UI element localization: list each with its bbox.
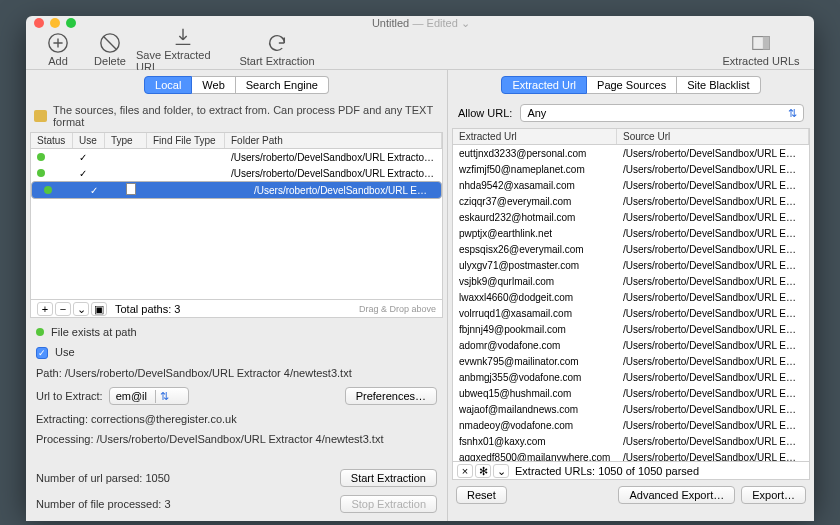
reset-button[interactable]: Reset <box>456 486 507 504</box>
left-pane: Local Web Search Engine The sources, fil… <box>26 70 448 521</box>
sources-table: Status Use Type Find File Type Folder Pa… <box>30 132 443 318</box>
table-row[interactable]: wajaof@mailandnews.com/Users/roberto/Dev… <box>453 401 809 417</box>
extracted-footer: × ✻ ⌄ Extracted URLs: 1050 of 1050 parse… <box>453 461 809 479</box>
path-label: Path: <box>36 367 62 379</box>
table-row[interactable]: ✓/Users/roberto/DevelSandbox/URL Extract… <box>31 165 442 181</box>
col-extracted-url[interactable]: Extracted Url <box>453 129 617 144</box>
table-row[interactable]: eskaurd232@hotmail.com/Users/roberto/Dev… <box>453 209 809 225</box>
extracting-status: Extracting: corrections@theregister.co.u… <box>26 409 447 429</box>
dropdown-button[interactable]: ⌄ <box>493 464 509 478</box>
table-row[interactable]: vsjbk9@qurlmail.com/Users/roberto/DevelS… <box>453 273 809 289</box>
preferences-button[interactable]: Preferences… <box>345 387 437 405</box>
left-tabs: Local Web Search Engine <box>26 70 447 100</box>
col-source-url[interactable]: Source Url <box>617 129 809 144</box>
status-dot-icon <box>36 328 44 336</box>
extracted-table: Extracted Url Source Url euttjnxd3233@pe… <box>452 128 810 480</box>
start-extraction-button-2[interactable]: Start Extraction <box>340 469 437 487</box>
reveal-button[interactable]: ▣ <box>91 302 107 316</box>
tab-local[interactable]: Local <box>144 76 192 94</box>
path-value: /Users/roberto/DevelSandbox/URL Extracto… <box>65 367 352 379</box>
table-row[interactable]: ✓/Users/roberto/DevelSandbox/URL Extract… <box>31 181 442 199</box>
col-folder[interactable]: Folder Path <box>225 133 442 148</box>
table-row[interactable]: lwaxxl4660@dodgeit.com/Users/roberto/Dev… <box>453 289 809 305</box>
table-row[interactable]: euttjnxd3233@personal.com/Users/roberto/… <box>453 145 809 161</box>
url-to-extract-select[interactable]: em@il⇅ <box>109 387 189 405</box>
table-row[interactable]: pwptjx@earthlink.net/Users/roberto/Devel… <box>453 225 809 241</box>
table-row[interactable]: ulyxgv71@postmaster.com/Users/roberto/De… <box>453 257 809 273</box>
parsed-count: Number of url parsed: 1050 <box>36 472 170 484</box>
tab-page-sources[interactable]: Page Sources <box>587 76 677 94</box>
extracted-urls-toggle[interactable]: Extracted URLs <box>714 32 808 67</box>
right-pane: Extracted Url Page Sources Site Blacklis… <box>448 70 814 521</box>
plus-circle-icon <box>47 32 69 54</box>
table-row[interactable]: nhda9542@xasamail.com/Users/roberto/Deve… <box>453 177 809 193</box>
table-row[interactable]: espsqisx26@everymail.com/Users/roberto/D… <box>453 241 809 257</box>
source-hint: The sources, files and folder, to extrac… <box>26 100 447 132</box>
drag-drop-hint: Drag & Drop above <box>359 304 436 314</box>
toolbar: Add Delete Save Extracted URL Start Extr… <box>26 30 814 70</box>
allow-url-label: Allow URL: <box>458 107 512 119</box>
table-row[interactable]: nmadeoy@vodafone.com/Users/roberto/Devel… <box>453 417 809 433</box>
status-dot-icon <box>44 186 52 194</box>
sources-footer: + − ⌄ ▣ Total paths: 3 Drag & Drop above <box>31 299 442 317</box>
action-menu-button[interactable]: ⌄ <box>73 302 89 316</box>
tab-site-blacklist[interactable]: Site Blacklist <box>677 76 760 94</box>
app-window: Untitled — Edited ⌄ Add Delete Save Extr… <box>26 16 814 510</box>
tab-extracted-url[interactable]: Extracted Url <box>501 76 587 94</box>
svg-rect-3 <box>763 37 769 50</box>
tab-search-engine[interactable]: Search Engine <box>236 76 329 94</box>
export-button[interactable]: Export… <box>741 486 806 504</box>
table-row[interactable]: ubweq15@hushmail.com/Users/roberto/Devel… <box>453 385 809 401</box>
zoom-icon[interactable] <box>66 18 76 28</box>
col-status[interactable]: Status <box>31 133 73 148</box>
files-processed-count: Number of file processed: 3 <box>36 498 171 510</box>
processing-status: Processing: /Users/roberto/DevelSandbox/… <box>26 429 447 449</box>
refresh-icon <box>266 32 288 54</box>
clear-button[interactable]: × <box>457 464 473 478</box>
panel-icon <box>750 32 772 54</box>
remove-path-button[interactable]: − <box>55 302 71 316</box>
stop-extraction-button: Stop Extraction <box>340 495 437 513</box>
file-icon <box>126 183 136 195</box>
edited-indicator: — Edited <box>413 17 458 29</box>
extracted-count: Extracted URLs: 1050 of 1050 parsed <box>515 465 699 477</box>
total-paths: Total paths: 3 <box>115 303 180 315</box>
table-row[interactable]: fsnhx01@kaxy.com/Users/roberto/DevelSand… <box>453 433 809 449</box>
minimize-icon[interactable] <box>50 18 60 28</box>
table-row[interactable]: fbjnnj49@pookmail.com/Users/roberto/Deve… <box>453 321 809 337</box>
table-row[interactable]: wzfimjf50@nameplanet.com/Users/roberto/D… <box>453 161 809 177</box>
add-path-button[interactable]: + <box>37 302 53 316</box>
col-fft[interactable]: Find File Type <box>147 133 225 148</box>
window-title: Untitled <box>372 17 409 29</box>
table-row[interactable]: anbmgj355@vodafone.com/Users/roberto/Dev… <box>453 369 809 385</box>
col-type[interactable]: Type <box>105 133 147 148</box>
delete-button[interactable]: Delete <box>84 32 136 67</box>
add-button[interactable]: Add <box>32 32 84 67</box>
url-to-extract-label: Url to Extract: <box>36 390 103 402</box>
download-icon <box>172 26 194 48</box>
tab-web[interactable]: Web <box>192 76 235 94</box>
use-label: Use <box>55 346 75 358</box>
table-row[interactable]: ✓/Users/roberto/DevelSandbox/URL Extract… <box>31 149 442 165</box>
gear-button[interactable]: ✻ <box>475 464 491 478</box>
table-row[interactable]: volrruqd1@xasamail.com/Users/roberto/Dev… <box>453 305 809 321</box>
col-use[interactable]: Use <box>73 133 105 148</box>
save-url-button[interactable]: Save Extracted URL <box>136 26 230 73</box>
right-tabs: Extracted Url Page Sources Site Blacklis… <box>448 70 814 100</box>
table-row[interactable]: cziqqr37@everymail.com/Users/roberto/Dev… <box>453 193 809 209</box>
no-entry-icon <box>99 32 121 54</box>
start-extraction-button[interactable]: Start Extraction <box>230 32 324 67</box>
table-row[interactable]: adomr@vodafone.com/Users/roberto/DevelSa… <box>453 337 809 353</box>
status-dot-icon <box>37 153 45 161</box>
table-row[interactable]: aqqxedf8500@mailanywhere.com/Users/rober… <box>453 449 809 461</box>
advanced-export-button[interactable]: Advanced Export… <box>618 486 735 504</box>
status-dot-icon <box>37 169 45 177</box>
allow-url-select[interactable]: Any⇅ <box>520 104 804 122</box>
table-row[interactable]: evwnk795@mailinator.com/Users/roberto/De… <box>453 353 809 369</box>
close-icon[interactable] <box>34 18 44 28</box>
use-checkbox[interactable]: ✓ <box>36 347 48 359</box>
file-exists-label: File exists at path <box>51 326 137 338</box>
folder-icon <box>34 110 47 122</box>
